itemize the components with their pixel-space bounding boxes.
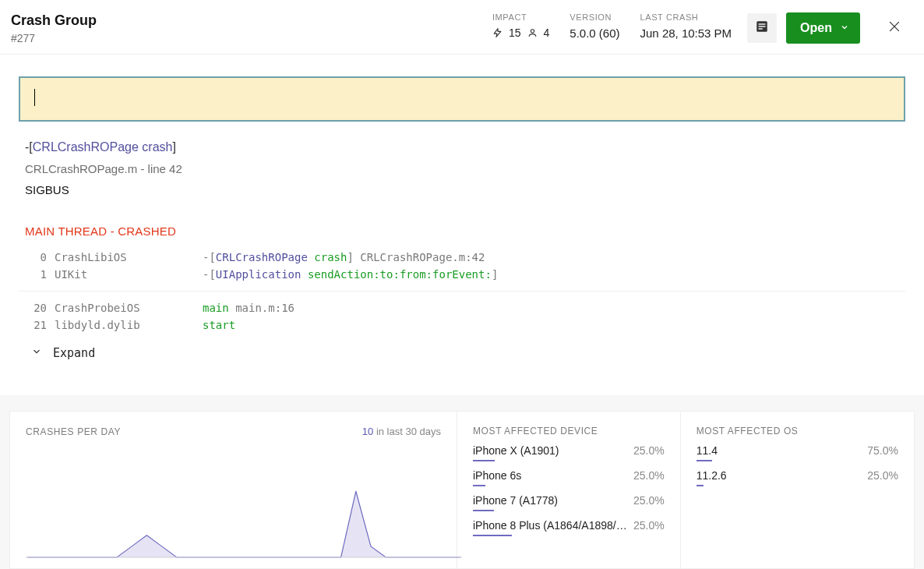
version-value: 5.0.0 (60) bbox=[570, 27, 619, 40]
crash-method-link[interactable]: CRLCrashROPage crash bbox=[33, 140, 173, 154]
distribution-row: iPhone 8 Plus (A1864/A1898/A...25.0% bbox=[473, 519, 665, 536]
distribution-pct: 25.0% bbox=[633, 494, 665, 507]
close-button[interactable] bbox=[883, 17, 905, 39]
chevron-down-icon bbox=[31, 346, 42, 360]
crashes-chart-title: CRASHES PER DAY bbox=[26, 426, 121, 437]
chevron-down-icon bbox=[840, 21, 849, 35]
last-crash-value: Jun 28, 10:53 PM bbox=[640, 27, 732, 40]
svg-rect-2 bbox=[759, 23, 766, 25]
distribution-row: 11.2.625.0% bbox=[697, 469, 898, 486]
status-open-label: Open bbox=[800, 21, 832, 35]
os-pane: MOST AFFECTED OS 11.475.0%11.2.625.0% bbox=[681, 412, 914, 568]
os-label: MOST AFFECTED OS bbox=[697, 426, 898, 436]
distribution-name: 11.4 bbox=[697, 444, 718, 461]
crash-signal: SIGBUS bbox=[25, 183, 899, 196]
issue-id: #277 bbox=[11, 32, 97, 44]
impact-label: IMPACT bbox=[492, 12, 549, 22]
version-col: VERSION 5.0.0 (60) bbox=[570, 12, 619, 40]
expand-button[interactable]: Expand bbox=[19, 338, 905, 374]
svg-rect-3 bbox=[759, 26, 766, 27]
page-title: Crash Group bbox=[11, 12, 97, 29]
impact-col: IMPACT 15 4 bbox=[492, 12, 549, 39]
distribution-row: 11.475.0% bbox=[697, 444, 898, 461]
header-bar: Crash Group #277 IMPACT 15 4 VERSION 5.0… bbox=[0, 0, 924, 55]
notes-button[interactable] bbox=[747, 13, 777, 43]
thread-title: MAIN THREAD - CRASHED bbox=[11, 196, 913, 246]
distribution-row: iPhone 6s25.0% bbox=[473, 469, 665, 486]
close-icon bbox=[887, 19, 902, 37]
stack-frames: 0CrashLibiOS-[CRLCrashROPage crash] CRLC… bbox=[11, 246, 913, 374]
distribution-pct: 25.0% bbox=[633, 519, 665, 532]
stack-frame: 1UIKit-[UIApplication sendAction:to:from… bbox=[26, 266, 898, 283]
svg-rect-4 bbox=[759, 28, 763, 30]
stats-card: CRASHES PER DAY 10 in last 30 days MOST … bbox=[9, 411, 915, 569]
crashes-chart-subtitle: 10 in last 30 days bbox=[362, 426, 441, 437]
crashes-chart bbox=[26, 463, 462, 560]
text-cursor-icon bbox=[34, 89, 35, 106]
svg-point-0 bbox=[531, 30, 534, 33]
crashes-chart-pane: CRASHES PER DAY 10 in last 30 days bbox=[10, 412, 457, 568]
bolt-icon bbox=[492, 27, 503, 39]
notes-icon bbox=[755, 19, 769, 37]
stats-area: CRASHES PER DAY 10 in last 30 days MOST … bbox=[0, 395, 924, 569]
status-open-button[interactable]: Open bbox=[786, 12, 860, 44]
crash-file-line: CRLCrashROPage.m - line 42 bbox=[25, 162, 899, 175]
distribution-name: 11.2.6 bbox=[697, 469, 727, 486]
last-crash-col: LAST CRASH Jun 28, 10:53 PM bbox=[640, 12, 732, 40]
distribution-pct: 25.0% bbox=[633, 469, 665, 482]
distribution-pct: 25.0% bbox=[633, 444, 665, 457]
distribution-name: iPhone 7 (A1778) bbox=[473, 494, 558, 511]
distribution-row: iPhone X (A1901)25.0% bbox=[473, 444, 665, 461]
title-block: Crash Group #277 bbox=[11, 12, 97, 44]
devices-label: MOST AFFECTED DEVICE bbox=[473, 426, 665, 436]
annotation-input[interactable] bbox=[19, 76, 905, 122]
crash-summary: -[CRLCrashROPage crash] CRLCrashROPage.m… bbox=[11, 140, 913, 196]
stack-frame: 0CrashLibiOS-[CRLCrashROPage crash] CRLC… bbox=[26, 249, 898, 266]
last-crash-label: LAST CRASH bbox=[640, 12, 732, 22]
distribution-name: iPhone X (A1901) bbox=[473, 444, 559, 461]
distribution-pct: 25.0% bbox=[867, 469, 898, 482]
stack-frame: 21libdyld.dylibstart bbox=[26, 316, 898, 334]
expand-label: Expand bbox=[53, 346, 95, 360]
content-area: -[CRLCrashROPage crash] CRLCrashROPage.m… bbox=[0, 55, 924, 395]
stack-frame: 20CrashProbeiOSmain main.m:16 bbox=[26, 299, 898, 316]
distribution-pct: 75.0% bbox=[867, 444, 898, 457]
impact-user-count: 4 bbox=[544, 27, 550, 39]
meta-block: IMPACT 15 4 VERSION 5.0.0 (60) LAST CRAS… bbox=[492, 12, 732, 40]
version-label: VERSION bbox=[570, 12, 619, 22]
devices-pane: MOST AFFECTED DEVICE iPhone X (A1901)25.… bbox=[457, 412, 681, 568]
impact-crash-count: 15 bbox=[509, 27, 521, 39]
distribution-row: iPhone 7 (A1778)25.0% bbox=[473, 494, 665, 511]
user-icon bbox=[527, 27, 538, 39]
distribution-name: iPhone 6s bbox=[473, 469, 521, 486]
distribution-name: iPhone 8 Plus (A1864/A1898/A... bbox=[473, 519, 629, 536]
crash-method: -[CRLCrashROPage crash] bbox=[25, 140, 899, 154]
